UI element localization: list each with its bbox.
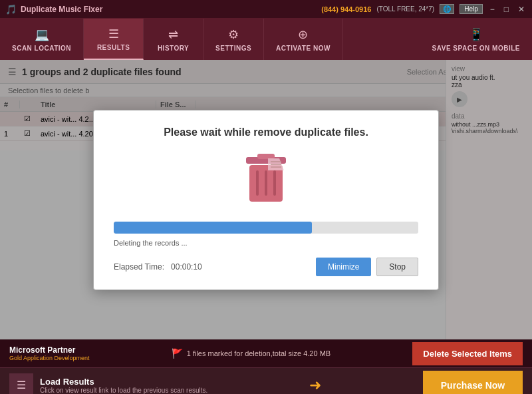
nav-save-mobile[interactable]: 📱 SAVE SPACE ON MOBILE [420,19,532,60]
nav-results[interactable]: ☰ RESULTS [84,19,144,60]
status-bar: Microsoft Partner Gold Application Devel… [0,339,532,367]
load-subtitle: Click on view result link to load the pr… [40,387,207,394]
language-button[interactable]: 🌐 [440,4,454,14]
phone-number: (844) 944-0916 [321,5,371,13]
ms-partner-sub: Gold Application Development [9,355,90,361]
svg-rect-4 [265,170,267,196]
elapsed-value: 00:00:10 [171,262,202,272]
scan-location-label: SCAN LOCATION [12,45,71,52]
load-title: Load Results [40,377,207,387]
ms-partner-title: Microsoft Partner [9,345,90,355]
results-label: RESULTS [97,44,130,51]
history-icon: ⇌ [168,27,178,42]
nav-scan-location[interactable]: 💻 SCAN LOCATION [0,19,84,60]
nav-spacer [343,19,420,60]
settings-icon: ⚙ [228,27,239,42]
nav-history[interactable]: ⇌ HISTORY [144,19,203,60]
stop-button[interactable]: Stop [376,258,418,276]
svg-rect-3 [256,170,259,196]
load-bar-left: ☰ Load Results Click on view result link… [9,373,207,395]
elapsed-label: Elapsed Time: [114,262,164,272]
progress-label: Deleting the records ... [114,239,418,247]
load-list-icon: ☰ [17,379,26,391]
flag-icon: 🚩 [172,348,183,359]
app-icon: 🎵 [5,4,17,15]
elapsed-time: Elapsed Time: 00:00:10 [114,262,202,272]
toll-free-label: (TOLL FREE, 24*7) [376,5,434,13]
close-window-button[interactable]: ✕ [516,5,527,14]
status-text: 1 files marked for deletion,total size 4… [187,349,331,357]
minimize-window-button[interactable]: − [488,5,497,14]
minimize-button[interactable]: Minimize [316,258,371,276]
dialog-overlay: Please wait while remove duplicate files… [0,60,532,339]
activate-label: ACTIVATE NOW [276,45,331,52]
ms-partner: Microsoft Partner Gold Application Devel… [9,345,90,361]
dialog: Please wait while remove duplicate files… [93,110,439,290]
delete-selected-button[interactable]: Delete Selected Items [412,342,523,365]
mobile-icon: 📱 [469,27,483,42]
scan-location-icon: 💻 [35,27,49,42]
main-content: ☰ 1 groups and 2 duplicate files found S… [0,60,532,339]
dialog-title: Please wait while remove duplicate files… [114,126,418,138]
dialog-icon-area [114,152,418,208]
nav-bar: 💻 SCAN LOCATION ☰ RESULTS ⇌ HISTORY ⚙ SE… [0,19,532,60]
progress-bar-container [114,222,418,234]
status-info: 🚩 1 files marked for deletion,total size… [172,348,331,359]
trash-icon [243,152,289,208]
save-mobile-label: SAVE SPACE ON MOBILE [432,45,520,52]
arrow-right-icon: ➜ [215,377,415,394]
app-title: Duplicate Music Fixer [21,5,102,14]
svg-rect-1 [257,154,275,159]
load-icon: ☰ [9,373,33,395]
dialog-footer: Elapsed Time: 00:00:10 Minimize Stop [114,258,418,276]
load-text: Load Results Click on view result link t… [40,377,207,394]
activate-icon: ⊕ [298,27,308,42]
load-bar: ☰ Load Results Click on view result link… [0,367,532,394]
settings-label: SETTINGS [215,45,251,52]
nav-activate[interactable]: ⊕ ACTIVATE NOW [264,19,343,60]
dialog-buttons: Minimize Stop [316,258,418,276]
help-button[interactable]: Help [460,4,483,14]
title-bar: 🎵 Duplicate Music Fixer (844) 944-0916 (… [0,0,532,19]
title-bar-right: (844) 944-0916 (TOLL FREE, 24*7) 🌐 Help … [321,4,527,14]
history-label: HISTORY [158,45,189,52]
purchase-now-button[interactable]: Purchase Now [423,371,523,395]
restore-window-button[interactable]: □ [502,5,511,14]
progress-bar-fill [114,222,312,234]
svg-rect-5 [273,170,276,196]
results-icon: ☰ [108,27,119,41]
title-bar-left: 🎵 Duplicate Music Fixer [5,4,102,15]
nav-settings[interactable]: ⚙ SETTINGS [203,19,264,60]
